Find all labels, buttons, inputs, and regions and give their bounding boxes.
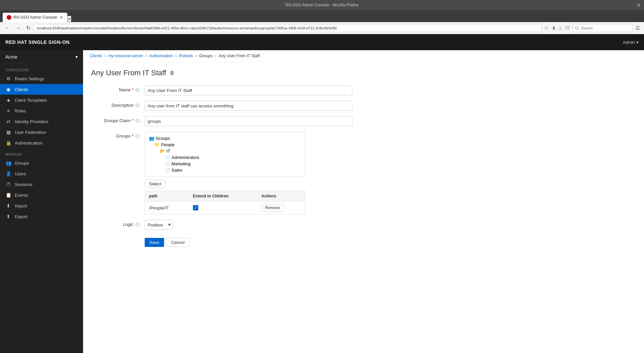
browser-tab-bar: RH-SSO Admin Console ✕ +	[0, 10, 644, 22]
groups-selected-table: path Extend to Children Actions /People/…	[145, 191, 305, 214]
sidebar-item-events[interactable]: 📋 Events	[0, 190, 83, 200]
groups-label: Groups * ⓘ	[91, 131, 145, 139]
search-input[interactable]	[573, 24, 633, 32]
reload-button[interactable]: ↻	[24, 24, 32, 32]
description-field-row: Description ⓘ	[91, 101, 636, 111]
tree-item-groups[interactable]: 👥 Groups	[148, 135, 302, 142]
browser-close-btn[interactable]: ✕	[636, 2, 641, 8]
extend-checkbox[interactable]: ✓	[193, 205, 198, 210]
groups-field: 👥 Groups 📁 People	[145, 131, 352, 214]
groups-claim-required-star: *	[132, 118, 133, 123]
sidebar-item-export[interactable]: ⬆ Export	[0, 211, 83, 222]
sidebar-item-label: Client Templates	[15, 98, 47, 103]
sidebar-item-label: Authentication	[15, 141, 42, 146]
col-actions: Actions	[258, 191, 305, 201]
action-buttons-row: Save Cancel	[91, 235, 636, 247]
sidebar-item-users[interactable]: 👤 Users	[0, 168, 83, 179]
sidebar-item-roles[interactable]: ≡ Roles	[0, 105, 83, 116]
browser-toolbar: ← → ↻ ☆ ⬇ ⌂ 🛡 ☰	[0, 22, 644, 34]
realm-settings-icon: ⚙	[5, 76, 11, 81]
sidebar-item-realm-settings[interactable]: ⚙ Realm Settings	[0, 73, 83, 84]
logic-select[interactable]: Positive Negative	[145, 220, 173, 230]
sidebar-item-identity-providers[interactable]: ⇄ Identity Providers	[0, 116, 83, 127]
bookmark-icon[interactable]: ☆	[543, 25, 550, 31]
client-templates-icon: ◈	[5, 97, 11, 103]
file-icon-marketing: 📄	[165, 162, 170, 166]
roles-icon: ≡	[5, 108, 11, 113]
manage-section-label: Manage	[0, 148, 83, 158]
shield-icon[interactable]: 🛡	[564, 25, 571, 31]
action-buttons: Save Cancel	[145, 238, 190, 247]
name-label: Name * ⓘ	[91, 85, 145, 93]
logic-label: Logic ⓘ	[91, 220, 145, 227]
browser-title: RH-SSO Admin Console - Mozilla Firefox	[285, 3, 359, 7]
app-logo: RED HAT SINGLE SIGN-ON	[5, 39, 70, 45]
tree-node-administrators: 📄 Administrators	[164, 154, 302, 161]
name-info-icon[interactable]: ⓘ	[136, 88, 139, 92]
sidebar: Acme ▾ Configure ⚙ Realm Settings ◉ Clie…	[0, 50, 83, 353]
groups-info-icon[interactable]: ⓘ	[136, 134, 139, 138]
sidebar-item-authentication[interactable]: 🔒 Authentication	[0, 138, 83, 148]
sidebar-item-clients[interactable]: ◉ Clients	[0, 84, 83, 95]
tree-item-it[interactable]: 📂 IT	[158, 148, 302, 154]
url-bar[interactable]	[34, 24, 542, 32]
sidebar-item-import[interactable]: ⬇ Import	[0, 200, 83, 211]
tree-item-administrators[interactable]: 📄 Administrators	[164, 154, 302, 161]
tree-node-groups: 👥 Groups 📁 People	[148, 135, 302, 174]
app-container: RED HAT SINGLE SIGN-ON Admin ▾ Acme ▾ Co…	[0, 34, 644, 353]
table-header: path Extend to Children Actions	[145, 191, 305, 201]
forward-button[interactable]: →	[13, 24, 23, 32]
tree-item-marketing[interactable]: 📄 Marketing	[164, 161, 302, 167]
delete-policy-icon[interactable]: 🗑	[169, 70, 175, 76]
admin-menu[interactable]: Admin ▾	[623, 40, 639, 45]
tree-item-people[interactable]: 📁 People	[153, 142, 302, 148]
realm-selector[interactable]: Acme ▾	[0, 50, 83, 64]
home-icon[interactable]: ⌂	[558, 25, 563, 31]
col-extend: Extend to Children	[189, 191, 258, 201]
toolbar-icons: ☆ ⬇ ⌂ 🛡	[543, 25, 571, 31]
tree-node-it: 📂 IT 📄 Administrators	[158, 148, 302, 173]
logic-info-icon[interactable]: ⓘ	[136, 223, 139, 227]
tree-node-sales: 📄 Sales	[164, 167, 302, 173]
export-icon: ⬆	[5, 214, 11, 219]
breadcrumb-clients[interactable]: Clients	[90, 54, 102, 58]
new-tab-button[interactable]: +	[67, 16, 71, 22]
back-button[interactable]: ←	[3, 24, 12, 32]
file-icon-administrators: 📄	[165, 155, 170, 160]
name-required-star: *	[132, 87, 133, 92]
breadcrumb-resource-server[interactable]: my-resource-server	[108, 54, 143, 58]
menu-icon[interactable]: ☰	[634, 25, 641, 31]
sidebar-item-groups[interactable]: 👥 Groups	[0, 158, 83, 168]
save-button[interactable]: Save	[145, 238, 164, 247]
groups-claim-info-icon[interactable]: ⓘ	[136, 119, 139, 123]
groups-claim-input[interactable]	[145, 116, 352, 126]
name-input[interactable]	[145, 85, 352, 95]
page-title: Any User From IT Staff	[91, 69, 166, 77]
browser-tab[interactable]: RH-SSO Admin Console ✕	[3, 13, 67, 22]
tree-item-sales[interactable]: 📄 Sales	[164, 167, 302, 173]
description-label: Description ⓘ	[91, 101, 145, 108]
cancel-button[interactable]: Cancel	[166, 238, 190, 247]
sessions-icon: ⏱	[5, 182, 11, 187]
col-path: path	[145, 191, 189, 201]
sidebar-item-label: Realm Settings	[15, 76, 44, 81]
sidebar-item-client-templates[interactable]: ◈ Client Templates	[0, 95, 83, 105]
groups-claim-field	[145, 116, 352, 126]
breadcrumb-authorization[interactable]: Authorization	[149, 54, 173, 58]
authentication-icon: 🔒	[5, 140, 11, 146]
breadcrumb-sep-1: »	[104, 54, 106, 58]
sidebar-item-label: User Federation	[15, 130, 46, 135]
logic-field: Positive Negative	[145, 220, 352, 230]
remove-button[interactable]: Remove	[262, 204, 284, 211]
sidebar-item-sessions[interactable]: ⏱ Sessions	[0, 179, 83, 190]
groups-required-star: *	[132, 134, 133, 139]
sidebar-item-user-federation[interactable]: ▦ User Federation	[0, 127, 83, 138]
select-button[interactable]: Select	[145, 180, 165, 188]
configure-section-label: Configure	[0, 64, 83, 73]
description-info-icon[interactable]: ⓘ	[136, 103, 139, 107]
table-row: /People/IT ✓ Remove	[145, 201, 305, 214]
download-icon[interactable]: ⬇	[551, 25, 557, 31]
description-input[interactable]	[145, 101, 352, 111]
tab-close-btn[interactable]: ✕	[59, 15, 63, 20]
breadcrumb-policies[interactable]: Policies	[179, 54, 193, 58]
